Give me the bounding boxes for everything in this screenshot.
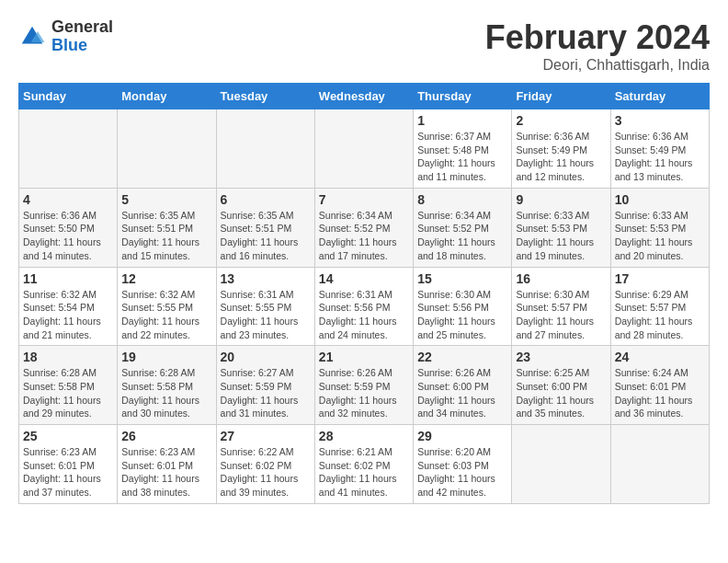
day-number: 3 [615,113,705,128]
day-number: 18 [23,350,113,364]
day-number: 4 [23,192,113,207]
calendar-cell: 17Sunrise: 6:29 AMSunset: 5:57 PMDayligh… [610,267,709,346]
day-number: 7 [319,192,409,207]
day-number: 22 [417,350,507,364]
title-section: February 2024 Deori, Chhattisgarh, India [485,18,710,74]
day-number: 6 [221,192,311,207]
calendar-cell: 28Sunrise: 6:21 AMSunset: 6:02 PMDayligh… [314,425,413,504]
calendar-cell: 15Sunrise: 6:30 AMSunset: 5:56 PMDayligh… [414,267,512,346]
day-number: 5 [121,192,211,207]
day-number: 12 [121,271,211,286]
weekday-header: Tuesday [216,84,314,109]
calendar-week-row: 25Sunrise: 6:23 AMSunset: 6:01 PMDayligh… [19,425,710,504]
calendar-cell: 2Sunrise: 6:36 AMSunset: 5:49 PMDaylight… [512,109,610,189]
calendar-cell [314,109,413,189]
page-title: February 2024 [485,18,710,57]
calendar-cell: 8Sunrise: 6:34 AMSunset: 5:52 PMDaylight… [414,188,512,267]
calendar-cell [610,425,709,504]
day-number: 19 [121,350,211,364]
calendar-cell [512,425,610,504]
calendar-cell [118,109,216,189]
day-info: Sunrise: 6:29 AMSunset: 5:57 PMDaylight:… [615,288,705,342]
logo-icon [18,23,46,51]
calendar-cell: 27Sunrise: 6:22 AMSunset: 6:02 PMDayligh… [216,425,314,504]
day-number: 11 [23,271,113,286]
calendar-cell: 6Sunrise: 6:35 AMSunset: 5:51 PMDaylight… [216,188,314,267]
day-number: 17 [615,271,705,286]
calendar-cell: 7Sunrise: 6:34 AMSunset: 5:52 PMDaylight… [314,188,413,267]
day-info: Sunrise: 6:35 AMSunset: 5:51 PMDaylight:… [121,209,211,263]
logo-general-text: General [51,18,113,37]
day-info: Sunrise: 6:33 AMSunset: 5:53 PMDaylight:… [615,209,705,263]
calendar-cell: 5Sunrise: 6:35 AMSunset: 5:51 PMDaylight… [118,188,216,267]
calendar-cell: 23Sunrise: 6:25 AMSunset: 6:00 PMDayligh… [512,346,610,425]
day-number: 27 [221,429,311,443]
calendar-cell: 21Sunrise: 6:26 AMSunset: 5:59 PMDayligh… [314,346,413,425]
calendar-cell [19,109,118,189]
day-info: Sunrise: 6:25 AMSunset: 6:00 PMDaylight:… [516,366,606,420]
day-info: Sunrise: 6:31 AMSunset: 5:56 PMDaylight:… [319,288,409,342]
calendar-cell: 24Sunrise: 6:24 AMSunset: 6:01 PMDayligh… [610,346,709,425]
day-info: Sunrise: 6:30 AMSunset: 5:57 PMDaylight:… [516,288,606,342]
calendar-week-row: 18Sunrise: 6:28 AMSunset: 5:58 PMDayligh… [19,346,710,425]
day-number: 13 [221,271,311,286]
day-number: 20 [221,350,311,364]
calendar-cell: 10Sunrise: 6:33 AMSunset: 5:53 PMDayligh… [610,188,709,267]
day-info: Sunrise: 6:36 AMSunset: 5:49 PMDaylight:… [516,130,606,184]
day-info: Sunrise: 6:22 AMSunset: 6:02 PMDaylight:… [221,445,311,500]
calendar-table: SundayMondayTuesdayWednesdayThursdayFrid… [18,83,710,504]
day-number: 8 [417,192,507,207]
weekday-header: Sunday [19,84,118,109]
logo-blue-text: Blue [51,37,113,55]
day-info: Sunrise: 6:23 AMSunset: 6:01 PMDaylight:… [23,445,113,500]
day-number: 26 [121,429,211,443]
calendar-week-row: 11Sunrise: 6:32 AMSunset: 5:54 PMDayligh… [19,267,710,346]
day-number: 10 [615,192,705,207]
day-number: 21 [319,350,409,364]
day-number: 1 [417,113,507,128]
day-info: Sunrise: 6:26 AMSunset: 6:00 PMDaylight:… [417,366,507,420]
day-number: 15 [417,271,507,286]
calendar-cell: 16Sunrise: 6:30 AMSunset: 5:57 PMDayligh… [512,267,610,346]
day-number: 16 [516,271,606,286]
calendar-cell: 22Sunrise: 6:26 AMSunset: 6:00 PMDayligh… [414,346,512,425]
day-number: 28 [319,429,409,443]
day-info: Sunrise: 6:36 AMSunset: 5:49 PMDaylight:… [615,130,705,184]
day-info: Sunrise: 6:32 AMSunset: 5:55 PMDaylight:… [121,288,211,342]
day-number: 14 [319,271,409,286]
calendar-cell: 11Sunrise: 6:32 AMSunset: 5:54 PMDayligh… [19,267,118,346]
logo: General Blue [18,18,113,55]
page-header: General Blue February 2024 Deori, Chhatt… [18,18,710,74]
calendar-cell: 20Sunrise: 6:27 AMSunset: 5:59 PMDayligh… [216,346,314,425]
page-subtitle: Deori, Chhattisgarh, India [485,57,710,74]
calendar-body: 1Sunrise: 6:37 AMSunset: 5:48 PMDaylight… [19,109,710,504]
day-info: Sunrise: 6:21 AMSunset: 6:02 PMDaylight:… [319,445,409,500]
day-number: 29 [417,429,507,443]
day-number: 24 [615,350,705,364]
day-info: Sunrise: 6:34 AMSunset: 5:52 PMDaylight:… [417,209,507,263]
calendar-cell: 25Sunrise: 6:23 AMSunset: 6:01 PMDayligh… [19,425,118,504]
calendar-cell: 19Sunrise: 6:28 AMSunset: 5:58 PMDayligh… [118,346,216,425]
day-number: 25 [23,429,113,443]
day-info: Sunrise: 6:24 AMSunset: 6:01 PMDaylight:… [615,366,705,420]
day-info: Sunrise: 6:23 AMSunset: 6:01 PMDaylight:… [121,445,211,500]
day-info: Sunrise: 6:28 AMSunset: 5:58 PMDaylight:… [121,366,211,420]
day-info: Sunrise: 6:31 AMSunset: 5:55 PMDaylight:… [221,288,311,342]
day-info: Sunrise: 6:30 AMSunset: 5:56 PMDaylight:… [417,288,507,342]
weekday-header: Monday [118,84,216,109]
day-number: 23 [516,350,606,364]
weekday-header: Saturday [610,84,709,109]
day-info: Sunrise: 6:36 AMSunset: 5:50 PMDaylight:… [23,209,113,263]
calendar-cell: 9Sunrise: 6:33 AMSunset: 5:53 PMDaylight… [512,188,610,267]
calendar-cell: 14Sunrise: 6:31 AMSunset: 5:56 PMDayligh… [314,267,413,346]
calendar-week-row: 4Sunrise: 6:36 AMSunset: 5:50 PMDaylight… [19,188,710,267]
day-info: Sunrise: 6:28 AMSunset: 5:58 PMDaylight:… [23,366,113,420]
weekday-header: Thursday [414,84,512,109]
calendar-cell: 1Sunrise: 6:37 AMSunset: 5:48 PMDaylight… [414,109,512,189]
calendar-cell [216,109,314,189]
calendar-cell: 29Sunrise: 6:20 AMSunset: 6:03 PMDayligh… [414,425,512,504]
day-info: Sunrise: 6:20 AMSunset: 6:03 PMDaylight:… [417,445,507,500]
day-info: Sunrise: 6:35 AMSunset: 5:51 PMDaylight:… [221,209,311,263]
day-info: Sunrise: 6:27 AMSunset: 5:59 PMDaylight:… [221,366,311,420]
calendar-cell: 4Sunrise: 6:36 AMSunset: 5:50 PMDaylight… [19,188,118,267]
